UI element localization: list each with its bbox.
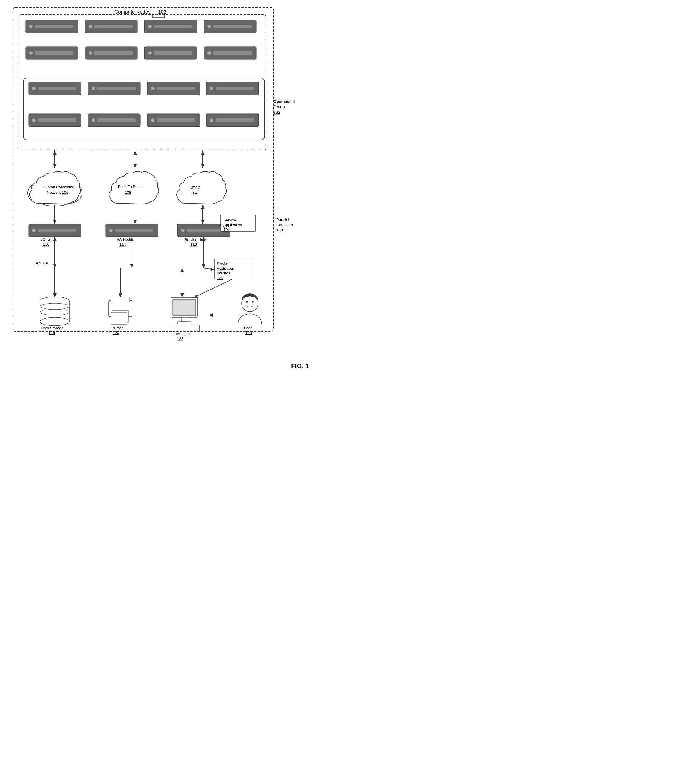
arrow-terminal-up-head <box>181 268 184 272</box>
arrow-to-jtag-head-down <box>201 164 204 168</box>
server-r2c2-led <box>89 51 92 55</box>
op-group-label2: Group <box>273 105 285 109</box>
arrow-ionode110-down-head <box>53 264 57 268</box>
arrow-to-jtag-head-up <box>201 151 204 155</box>
server-r1c3-bar <box>154 25 192 28</box>
ionode110-num: 110 <box>43 242 49 246</box>
ionode114-led <box>109 229 113 232</box>
service-app-num: 124 <box>223 227 230 232</box>
arrow-sai-terminal-head <box>194 295 198 298</box>
server-r2c1-led <box>29 51 33 55</box>
terminal-screen <box>173 299 196 316</box>
server-r2c2-bar <box>95 51 133 55</box>
arrow-to-p2p-head-down <box>133 164 137 168</box>
server-r4c3-led <box>151 118 155 122</box>
user-body <box>238 314 261 324</box>
servicenode-led <box>181 229 185 232</box>
printer-paper-in <box>111 297 130 302</box>
server-r4c2-led <box>92 118 95 122</box>
parallel-computer-num: 100 <box>276 228 283 232</box>
gcn-label2: Network 106 <box>47 190 68 195</box>
server-r1c3-led <box>148 25 152 28</box>
ionode114-num: 114 <box>119 242 126 246</box>
arrow-gcn-down-head <box>53 220 57 224</box>
server-r4c4-bar <box>216 118 254 122</box>
fig-label: FIG. 1 <box>291 362 309 370</box>
server-r4c3-bar <box>157 118 195 122</box>
server-r1c1-bar <box>35 25 73 28</box>
jtag-label1: JTAG <box>191 186 200 190</box>
terminal-stand <box>182 317 187 322</box>
server-r3c4-led <box>210 87 213 90</box>
jtag-num: 104 <box>191 191 198 195</box>
server-r1c4-bar <box>213 25 252 28</box>
arrow-user-terminal-head <box>209 313 213 317</box>
server-r3c2-bar <box>97 87 136 90</box>
p2p-num: 108 <box>125 190 131 195</box>
printer-paper-out2 <box>111 313 127 325</box>
server-r4c2-bar <box>97 118 136 122</box>
server-r4c4-led <box>210 118 213 122</box>
cloud-jtag <box>177 171 226 204</box>
arrow-ionode114-down-head <box>130 264 134 268</box>
ionode110-bar <box>38 229 76 232</box>
datastorage-bottom <box>40 317 70 326</box>
arrow-to-gcn-head-down <box>53 164 57 168</box>
server-r3c3-led <box>151 87 155 90</box>
parallel-computer-label2: Computer <box>276 223 293 227</box>
compute-nodes-num: 102 <box>158 9 166 15</box>
lan-label: LAN 130 <box>33 261 49 265</box>
diagram-svg: Compute Nodes 102 <box>8 3 332 380</box>
p2p-label1: Point To Point <box>118 184 141 189</box>
arrow-lan-terminal-head <box>181 294 184 297</box>
arrow-p2p-down-head <box>133 220 137 224</box>
sai-label1: Service <box>217 262 229 266</box>
parallel-computer-label1: Parallel <box>276 217 289 222</box>
datastorage-label: Data Storage <box>41 326 63 330</box>
user-label: User <box>244 326 252 330</box>
server-r1c2-led <box>89 25 92 28</box>
arrow-snode-down-head <box>202 264 206 268</box>
server-r3c2-led <box>92 87 95 90</box>
op-group-num: 132 <box>273 110 280 114</box>
terminal-keyboard <box>170 325 199 331</box>
compute-nodes-label: Compute Nodes <box>114 9 151 15</box>
server-r2c4-bar <box>213 51 252 55</box>
arrow-to-gcn-head-up <box>53 151 57 155</box>
ionode110-led <box>32 229 36 232</box>
terminal-num: 122 <box>177 336 183 341</box>
server-r1c4-led <box>207 25 211 28</box>
servicenode-num: 116 <box>190 242 197 246</box>
ionode110-label: I/O Node <box>40 237 55 242</box>
arrow-jtag-down-head <box>201 220 204 224</box>
server-r3c4-bar <box>216 87 254 90</box>
arrow-sai-to-terminal <box>194 279 232 297</box>
sai-num: 126 <box>217 276 223 280</box>
user-num: 128 <box>245 330 252 335</box>
server-r2c1-bar <box>35 51 73 55</box>
user-eye-left <box>246 301 248 303</box>
datastorage-num: 118 <box>49 330 55 335</box>
server-r3c1-bar <box>38 87 76 90</box>
server-r1c1-led <box>29 25 33 28</box>
service-app-label1: Service <box>223 218 236 222</box>
arrow-to-p2p-head-up <box>133 151 137 155</box>
server-r2c4-led <box>207 51 211 55</box>
server-r2c3-led <box>148 51 152 55</box>
sai-label2: Application <box>217 267 234 271</box>
servicenode-bar <box>187 229 225 232</box>
terminal-label: Terminal <box>175 332 190 336</box>
ionode114-bar <box>115 229 153 232</box>
service-app-label2: Application <box>223 223 242 227</box>
server-r3c3-bar <box>157 87 195 90</box>
server-r4c1-led <box>32 118 36 122</box>
user-eye-right <box>252 301 254 303</box>
server-r1c2-bar <box>95 25 133 28</box>
op-group-label1: Operational <box>273 99 295 104</box>
printer-num: 120 <box>113 330 119 335</box>
server-r3c1-led <box>32 87 36 90</box>
server-r4c1-bar <box>38 118 76 122</box>
gcn-label1: Global Combining <box>44 185 74 189</box>
server-r2c3-bar <box>154 51 192 55</box>
sai-label3: Interface <box>217 271 231 275</box>
